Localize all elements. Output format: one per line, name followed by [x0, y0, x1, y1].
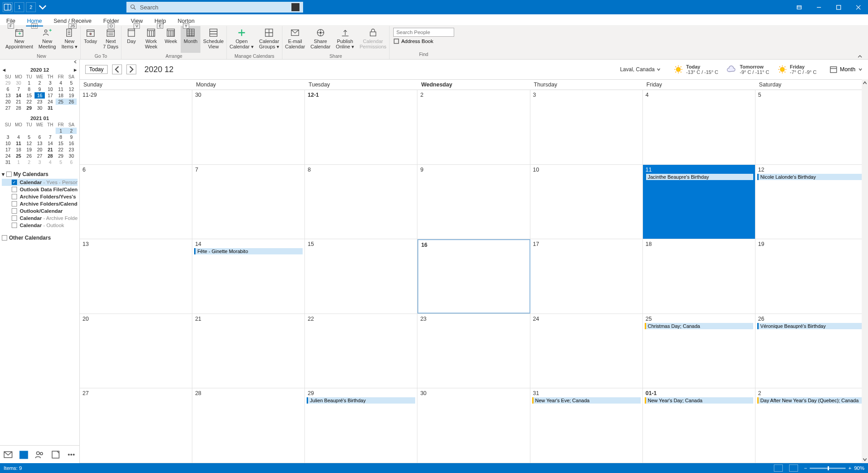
next-month-icon[interactable]: [126, 64, 136, 74]
search-people-input[interactable]: [393, 28, 454, 37]
day-cell[interactable]: 11-29: [80, 90, 192, 164]
mini-day[interactable]: 17: [45, 92, 56, 99]
qat-button-2[interactable]: 2: [26, 2, 36, 12]
calendar-checkbox[interactable]: [12, 194, 17, 199]
today-button[interactable]: Today: [81, 26, 100, 53]
nav-people-icon[interactable]: [35, 450, 44, 460]
day-cell[interactable]: 31New Year's Eve; Canada: [530, 388, 643, 463]
day-cell[interactable]: 7: [192, 165, 305, 239]
calendar-item-5[interactable]: Calendar - Archive Folders: [2, 215, 78, 222]
tab-send-receive[interactable]: Send / ReceiveJS: [53, 17, 93, 25]
tab-file[interactable]: FileF: [5, 17, 16, 25]
tab-view[interactable]: ViewV: [130, 17, 144, 25]
mini-day[interactable]: 27: [3, 105, 13, 111]
mini-day[interactable]: 12: [24, 140, 35, 146]
day-cell[interactable]: 12Nicole Lalonde's Birthday: [755, 165, 868, 239]
day-cell[interactable]: 18: [643, 239, 755, 314]
week-button[interactable]: Week: [161, 26, 181, 53]
nav-mail-icon[interactable]: [3, 450, 13, 460]
nav-notes-icon[interactable]: [51, 450, 61, 460]
calendar-checkbox[interactable]: [12, 215, 17, 221]
ribbon-collapse-icon[interactable]: [855, 26, 865, 59]
qat-customize[interactable]: [38, 2, 48, 12]
mini-day[interactable]: [66, 105, 77, 111]
mini-day[interactable]: 14: [13, 92, 24, 99]
day-cell[interactable]: 10: [530, 165, 643, 239]
address-book-button[interactable]: Address Book: [393, 38, 454, 44]
tab-help[interactable]: HelpE: [154, 17, 167, 25]
mini-day[interactable]: 19: [66, 92, 77, 99]
mini-day[interactable]: 20: [35, 146, 45, 153]
calendar-item-1[interactable]: Outlook Data File/Calendar: [2, 186, 78, 193]
day-cell[interactable]: 6: [80, 165, 192, 239]
cal-groups-button[interactable]: CalendarGroups ▾: [256, 26, 282, 53]
mini-day[interactable]: 29: [24, 105, 35, 111]
mini-day[interactable]: 9: [66, 134, 77, 140]
mini-day[interactable]: 26: [24, 153, 35, 159]
day-cell[interactable]: 11Jacinthe Beaupre's Birthday: [643, 165, 755, 239]
mini-day[interactable]: 24: [3, 153, 13, 159]
day-cell[interactable]: 13: [80, 239, 192, 314]
zoom-in-icon[interactable]: +: [848, 465, 851, 471]
calendar-checkbox[interactable]: [12, 208, 17, 214]
mini-day[interactable]: 25: [56, 99, 66, 105]
mini-day[interactable]: 8: [56, 134, 66, 140]
mini-day[interactable]: 25: [13, 153, 24, 159]
day-cell[interactable]: 30: [192, 90, 305, 164]
mini-day[interactable]: 26: [66, 99, 77, 105]
mini-day[interactable]: 21: [45, 146, 56, 153]
mini-day[interactable]: 24: [45, 99, 56, 105]
day-cell[interactable]: 14Fête - Ginette Morabito: [192, 239, 305, 314]
zoom-slider[interactable]: [810, 468, 846, 469]
mini-day[interactable]: 31: [3, 159, 13, 165]
mini-day[interactable]: 2: [66, 128, 77, 134]
mini-day[interactable]: 13: [3, 92, 13, 99]
mini-day[interactable]: 30: [35, 105, 45, 111]
calendar-checkbox[interactable]: [12, 223, 17, 228]
day-cell[interactable]: 26Véronique Beaupré's Birthday: [755, 314, 868, 388]
day-cell[interactable]: 22: [305, 314, 417, 388]
mini-day[interactable]: 6: [3, 86, 13, 92]
new-items-button[interactable]: NewItems ▾: [59, 26, 80, 53]
mini-day[interactable]: 5: [66, 80, 77, 86]
close-icon[interactable]: [848, 0, 868, 14]
day-cell[interactable]: 21: [192, 314, 305, 388]
mini-day[interactable]: 18: [56, 92, 66, 99]
calendar-checkbox[interactable]: [12, 187, 17, 192]
mini-day[interactable]: [3, 128, 13, 134]
group-checkbox[interactable]: [2, 235, 7, 241]
mini-day[interactable]: 3: [3, 134, 13, 140]
mic-icon[interactable]: [291, 3, 299, 11]
day-cell[interactable]: 01-1New Year's Day; Canada: [643, 388, 755, 463]
mini-day[interactable]: 29: [56, 153, 66, 159]
qat-button-1[interactable]: 1: [14, 2, 24, 12]
calendar-item-4[interactable]: Outlook/Calendar: [2, 207, 78, 215]
tab-norton[interactable]: NortonY: [177, 17, 195, 25]
email-cal-button[interactable]: E-mailCalendar: [282, 26, 308, 53]
weather-tomorrow[interactable]: Tomorrow-9° C / -11° C: [726, 64, 769, 75]
mini-day[interactable]: 8: [24, 86, 35, 92]
schedule-button[interactable]: ScheduleView: [200, 26, 226, 53]
mini-day[interactable]: 23: [66, 146, 77, 153]
mini-day[interactable]: 17: [3, 146, 13, 153]
tab-folder[interactable]: FolderO: [102, 17, 120, 25]
mini-day[interactable]: 18: [13, 146, 24, 153]
mini-day[interactable]: 7: [45, 134, 56, 140]
mini-day[interactable]: 13: [35, 140, 45, 146]
day-cell[interactable]: 30: [417, 388, 530, 463]
mini-day[interactable]: 15: [56, 140, 66, 146]
mini-day[interactable]: 4: [45, 159, 56, 165]
calendar-event[interactable]: Julien Beaupré's Birthday: [307, 397, 415, 404]
day-cell[interactable]: 2: [417, 90, 530, 164]
mini-day[interactable]: 1: [24, 80, 35, 86]
mini-day[interactable]: 23: [35, 99, 45, 105]
mini-day[interactable]: 12: [66, 86, 77, 92]
calendar-event[interactable]: Day After New Year's Day (Quebec); Canad…: [757, 397, 866, 404]
mini-day[interactable]: 21: [13, 99, 24, 105]
share-cal-button[interactable]: ShareCalendar: [308, 26, 333, 53]
day-cell[interactable]: 19: [755, 239, 868, 314]
mini-day[interactable]: 3: [45, 80, 56, 86]
scrollbar[interactable]: [862, 79, 868, 463]
mini-prev-icon[interactable]: ◂: [3, 67, 5, 73]
mini-day[interactable]: 14: [45, 140, 56, 146]
